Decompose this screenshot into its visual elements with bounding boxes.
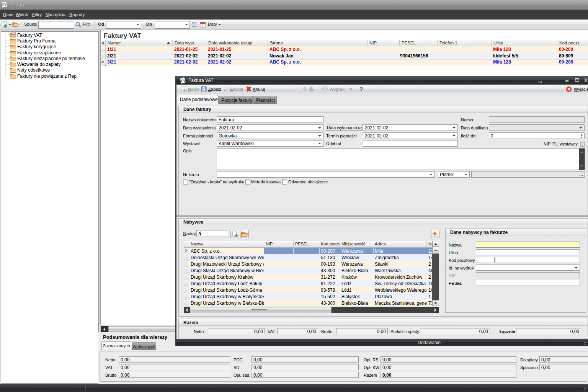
svg-text:7: 7	[202, 24, 204, 27]
svg-text:FV: FV	[2, 3, 7, 7]
svg-text:FV: FV	[181, 79, 186, 83]
